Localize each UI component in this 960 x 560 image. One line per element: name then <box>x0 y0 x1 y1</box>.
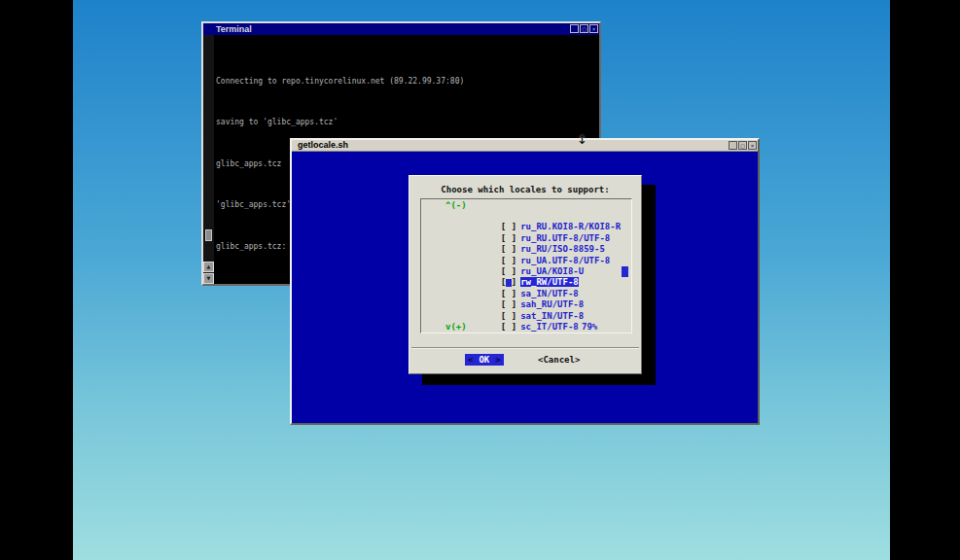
terminal-titlebar[interactable]: Terminal _ □ × <box>203 23 599 35</box>
dialog-separator <box>411 347 639 349</box>
checkbox[interactable]: [ ] <box>501 277 516 288</box>
locale-label: rw_RW/UTF-8 <box>520 277 579 287</box>
terminal-line: saving to 'glibc_apps.tcz' <box>216 118 599 128</box>
locale-label: ru_RU/ISO-8859-5 <box>520 244 605 254</box>
getlocale-titlebar[interactable]: getlocale.sh _ □ × <box>292 140 758 152</box>
locale-label: sc_IT/UTF-8 <box>520 322 579 332</box>
close-icon[interactable]: × <box>748 141 757 150</box>
left-letterbox <box>0 0 73 560</box>
locale-label: ru_UA.UTF-8/UTF-8 <box>520 256 610 265</box>
terminal-line: Connecting to repo.tinycorelinux.net (89… <box>216 77 599 88</box>
scroll-down-indicator: v(+) <box>445 322 467 332</box>
checkbox[interactable]: [ ] <box>501 244 516 255</box>
scroll-percent: 79% <box>582 322 597 332</box>
locale-list-item[interactable]: [ ]ru_RU.KOI8-R/KOI8-R <box>421 211 631 222</box>
locale-label: sat_IN/UTF-8 <box>520 311 584 321</box>
locale-list[interactable]: ^(-) [ ]ru_RU.KOI8-R/KOI8-R [ ]ru_RU.UTF… <box>420 198 632 333</box>
minimize-icon[interactable]: _ <box>729 141 737 150</box>
locale-label: ru_UA/KOI8-U <box>520 266 584 276</box>
dialog-title: Choose which locales to support: <box>409 185 641 194</box>
checkbox[interactable]: [ ] <box>501 222 516 232</box>
resize-vertical-cursor-icon: ↕ <box>577 132 587 147</box>
getlocale-window: getlocale.sh _ □ × Choose which locales … <box>290 138 760 425</box>
scrollbar-thumb[interactable] <box>205 229 212 241</box>
maximize-icon[interactable]: □ <box>738 141 747 150</box>
ok-label: OK <box>473 355 495 365</box>
scroll-up-indicator: ^(-) <box>445 200 467 210</box>
checkbox[interactable]: [ ] <box>501 289 516 299</box>
scroll-down-arrow-icon[interactable]: ▼ <box>203 273 214 284</box>
locale-label: ru_RU.UTF-8/UTF-8 <box>520 233 610 243</box>
cancel-button[interactable]: <Cancel> <box>538 354 580 366</box>
getlocale-window-buttons: _ □ × <box>729 141 757 150</box>
terminal-title: Terminal <box>216 24 252 34</box>
list-scrollbar-thumb <box>622 266 628 277</box>
checkbox[interactable]: [ ] <box>501 233 516 244</box>
locale-label: sa_IN/UTF-8 <box>520 289 579 298</box>
scroll-up-arrow-icon[interactable]: ▲ <box>203 262 214 272</box>
getlocale-title: getlocale.sh <box>298 140 348 150</box>
ok-button[interactable]: <OK> <box>465 354 504 366</box>
checkbox[interactable]: [ ] <box>501 322 516 332</box>
ok-right-bracket: > <box>495 355 500 365</box>
locale-rows: [ ]ru_RU.KOI8-R/KOI8-R [ ]ru_RU.UTF-8/UT… <box>421 211 631 322</box>
close-icon[interactable]: × <box>589 24 598 33</box>
checkbox[interactable]: [ ] <box>501 299 516 310</box>
terminal-scrollbar[interactable]: ▲ ▼ <box>203 35 214 284</box>
terminal-window-buttons: _ □ × <box>570 24 598 33</box>
maximize-icon[interactable]: □ <box>580 24 588 33</box>
checkbox[interactable]: [ ] <box>501 266 516 277</box>
locale-label: ru_RU.KOI8-R/KOI8-R <box>520 222 621 231</box>
checkbox[interactable]: [ ] <box>501 256 516 266</box>
right-letterbox <box>890 0 960 560</box>
checkbox[interactable]: [ ] <box>501 311 516 322</box>
locale-dialog: Choose which locales to support: ^(-) [ … <box>409 175 642 374</box>
minimize-icon[interactable]: _ <box>570 24 579 33</box>
dialog-screen: Choose which locales to support: ^(-) [ … <box>292 152 758 423</box>
locale-label: sah_RU/UTF-8 <box>520 299 584 309</box>
